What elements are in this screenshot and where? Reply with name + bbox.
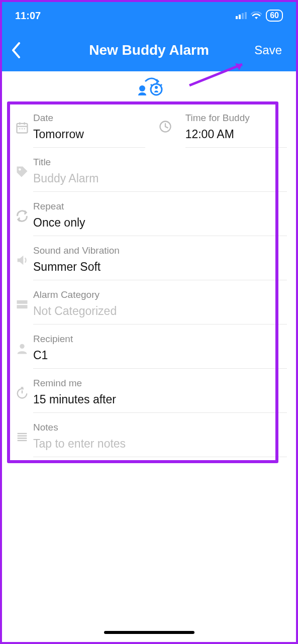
notes-icon	[11, 419, 33, 444]
nav-bar: New Buddy Alarm Save	[2, 29, 296, 71]
page-title: New Buddy Alarm	[89, 42, 209, 58]
svg-line-8	[160, 84, 162, 86]
person-icon	[11, 331, 33, 356]
svg-point-20	[20, 344, 24, 349]
battery-icon: 60	[266, 10, 283, 22]
repeat-field[interactable]: Repeat Once only	[33, 198, 287, 236]
svg-rect-1	[239, 15, 241, 19]
status-right: 60	[236, 10, 283, 22]
sound-label: Sound and Vibration	[33, 245, 287, 256]
row-notes: Notes Tap to enter notes	[11, 413, 287, 457]
time-field[interactable]: Time for Buddy 12:00 AM	[185, 110, 287, 148]
home-indicator[interactable]	[104, 631, 194, 634]
svg-point-6	[155, 86, 158, 89]
recipient-label: Recipient	[33, 334, 287, 345]
status-bar: 11:07 60	[2, 2, 296, 29]
date-label: Date	[33, 113, 145, 124]
svg-rect-9	[17, 124, 28, 133]
clock-icon	[158, 110, 172, 148]
time-label: Time for Buddy	[185, 113, 287, 124]
date-value: Tomorrow	[33, 128, 145, 141]
svg-point-4	[139, 85, 145, 91]
status-time: 11:07	[15, 10, 41, 22]
remind-value: 15 minutes after	[33, 393, 287, 406]
row-remind: Remind me 15 minutes after	[11, 369, 287, 413]
row-title: Title Buddy Alarm	[11, 148, 287, 192]
tag-icon	[11, 154, 33, 179]
recipient-field[interactable]: Recipient C1	[33, 331, 287, 369]
title-field[interactable]: Title Buddy Alarm	[33, 154, 287, 192]
row-repeat: Repeat Once only	[11, 192, 287, 236]
svg-point-17	[19, 168, 21, 171]
date-field[interactable]: Date Tomorrow	[33, 110, 145, 148]
category-label: Alarm Category	[33, 289, 287, 300]
wifi-icon	[251, 12, 262, 20]
svg-rect-3	[245, 12, 247, 19]
svg-point-13	[19, 128, 20, 129]
category-icon	[11, 286, 33, 311]
svg-rect-2	[242, 13, 244, 19]
timer-icon	[11, 375, 33, 400]
cellular-icon	[236, 12, 247, 19]
category-field[interactable]: Alarm Category Not Categorized	[33, 286, 287, 325]
back-button[interactable]	[11, 42, 21, 58]
row-category: Alarm Category Not Categorized	[11, 280, 287, 325]
notes-field[interactable]: Notes Tap to enter notes	[33, 419, 287, 457]
sound-field[interactable]: Sound and Vibration Summer Soft	[33, 242, 287, 280]
svg-rect-0	[236, 16, 238, 19]
screen: 11:07 60 New Buddy Alarm Save	[0, 0, 298, 644]
buddy-alarm-hero-icon	[2, 71, 296, 103]
repeat-label: Repeat	[33, 201, 287, 212]
remind-label: Remind me	[33, 378, 287, 389]
repeat-icon	[11, 198, 33, 223]
svg-line-7	[151, 84, 152, 86]
svg-point-15	[24, 128, 25, 129]
notes-label: Notes	[33, 422, 287, 433]
speaker-icon	[11, 242, 33, 267]
title-label: Title	[33, 157, 287, 168]
title-placeholder: Buddy Alarm	[33, 172, 287, 185]
svg-rect-19	[17, 305, 28, 308]
row-recipient: Recipient C1	[11, 325, 287, 369]
row-sound: Sound and Vibration Summer Soft	[11, 236, 287, 280]
battery-level: 60	[270, 11, 279, 20]
notes-placeholder: Tap to enter notes	[33, 437, 287, 451]
alarm-form: Date Tomorrow Time for Buddy 12:00 AM Ti…	[2, 103, 296, 457]
save-button[interactable]: Save	[254, 43, 282, 57]
sound-value: Summer Soft	[33, 260, 287, 274]
row-date-time: Date Tomorrow Time for Buddy 12:00 AM	[11, 103, 287, 148]
svg-rect-18	[17, 300, 28, 304]
calendar-icon	[11, 110, 33, 135]
category-value: Not Categorized	[33, 304, 287, 318]
time-value: 12:00 AM	[185, 128, 287, 141]
repeat-value: Once only	[33, 216, 287, 230]
svg-point-14	[22, 128, 23, 129]
recipient-value: C1	[33, 349, 287, 362]
remind-field[interactable]: Remind me 15 minutes after	[33, 375, 287, 413]
